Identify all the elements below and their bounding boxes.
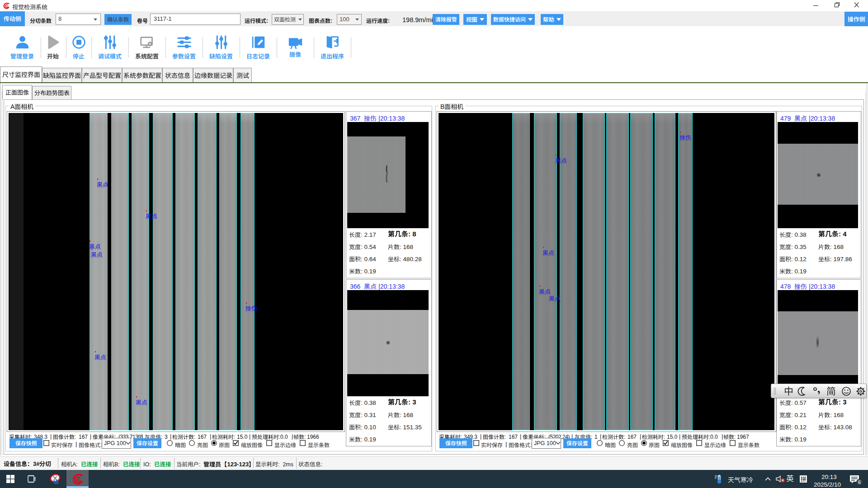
svg-text:6: 6 xyxy=(858,480,861,485)
